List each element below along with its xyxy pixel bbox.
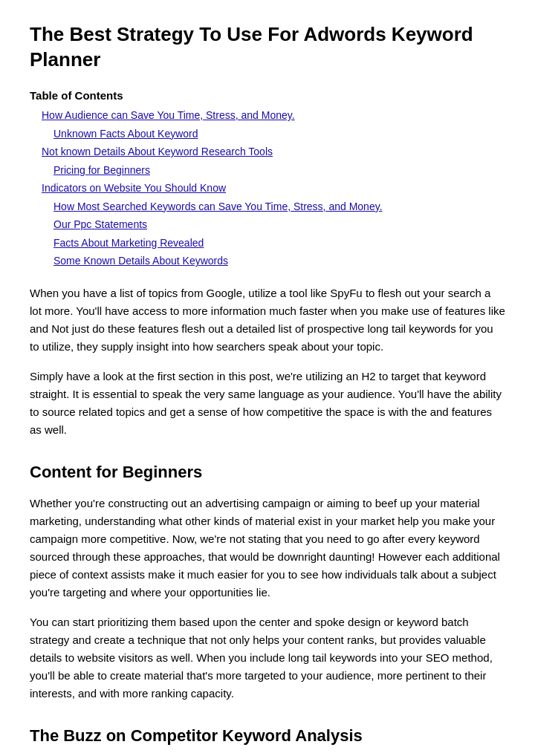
toc-link-3[interactable]: Pricing for Beginners (54, 164, 150, 176)
toc-link-8[interactable]: Some Known Details About Keywords (54, 255, 228, 267)
toc-link-6[interactable]: Our Ppc Statements (54, 218, 147, 230)
section1-paragraph-1: Whether you're constructing out an adver… (30, 495, 505, 602)
toc-link-4[interactable]: Indicators on Website You Should Know (42, 182, 226, 194)
toc-link-2[interactable]: Not known Details About Keyword Research… (42, 146, 273, 157)
intro-paragraph-2: Simply have a look at the first section … (30, 368, 505, 439)
intro-paragraph-1: When you have a list of topics from Goog… (30, 284, 505, 356)
table-of-contents: Table of Contents How Audience can Save … (30, 88, 505, 270)
toc-list: How Audience can Save You Time, Stress, … (30, 107, 505, 270)
section1-heading: Content for Beginners (30, 460, 505, 484)
toc-link-5[interactable]: How Most Searched Keywords can Save You … (54, 201, 383, 212)
toc-link-0[interactable]: How Audience can Save You Time, Stress, … (42, 109, 295, 121)
toc-link-7[interactable]: Facts About Marketing Revealed (54, 237, 204, 249)
section1-paragraph-2: You can start prioritizing them based up… (30, 613, 505, 703)
page-title: The Best Strategy To Use For Adwords Key… (30, 22, 505, 73)
toc-link-1[interactable]: Unknown Facts About Keyword (54, 128, 198, 140)
toc-heading: Table of Contents (30, 88, 505, 105)
section2-heading: The Buzz on Competitor Keyword Analysis (30, 723, 505, 748)
